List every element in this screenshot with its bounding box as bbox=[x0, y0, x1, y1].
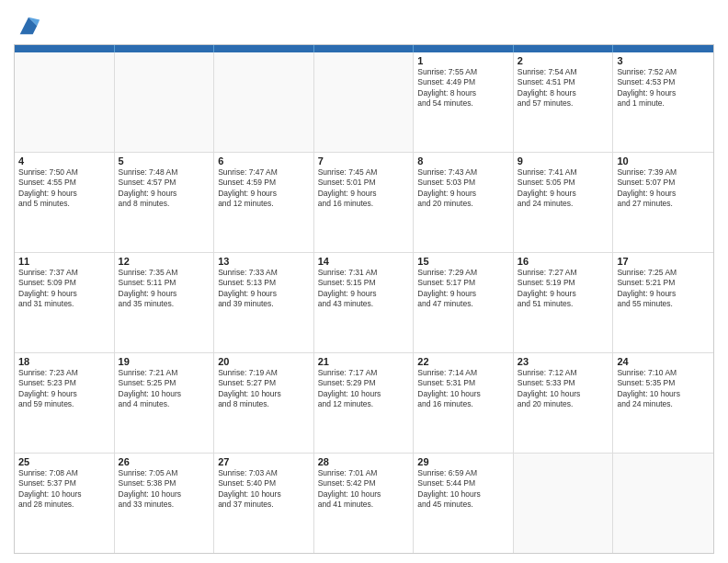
day-number: 25 bbox=[18, 456, 110, 467]
day-number: 10 bbox=[617, 155, 710, 167]
cell-info: Sunrise: 7:21 AM Sunset: 5:25 PM Dayligh… bbox=[119, 368, 210, 410]
day-number: 9 bbox=[518, 155, 609, 167]
day-number: 13 bbox=[218, 256, 310, 267]
calendar-cell: 6Sunrise: 7:47 AM Sunset: 4:59 PM Daylig… bbox=[214, 153, 314, 252]
cell-info: Sunrise: 7:35 AM Sunset: 5:11 PM Dayligh… bbox=[119, 268, 210, 310]
calendar-cell bbox=[115, 52, 215, 152]
header-thursday bbox=[414, 45, 514, 52]
calendar-cell bbox=[613, 454, 713, 553]
cell-info: Sunrise: 7:48 AM Sunset: 4:57 PM Dayligh… bbox=[119, 167, 210, 210]
calendar-row-0: 1Sunrise: 7:55 AM Sunset: 4:49 PM Daylig… bbox=[15, 52, 713, 152]
calendar-cell: 13Sunrise: 7:33 AM Sunset: 5:13 PM Dayli… bbox=[214, 253, 314, 352]
calendar-header bbox=[15, 45, 713, 52]
day-number: 16 bbox=[518, 256, 609, 267]
day-number: 6 bbox=[218, 155, 310, 167]
calendar-cell: 4Sunrise: 7:50 AM Sunset: 4:55 PM Daylig… bbox=[15, 153, 115, 252]
day-number: 3 bbox=[617, 55, 710, 66]
calendar-cell: 15Sunrise: 7:29 AM Sunset: 5:17 PM Dayli… bbox=[414, 253, 514, 352]
calendar-cell: 14Sunrise: 7:31 AM Sunset: 5:15 PM Dayli… bbox=[314, 253, 415, 352]
day-number: 22 bbox=[417, 356, 509, 367]
header-friday bbox=[514, 45, 614, 52]
day-number: 5 bbox=[119, 155, 210, 167]
cell-info: Sunrise: 7:10 AM Sunset: 5:35 PM Dayligh… bbox=[617, 368, 710, 410]
day-number: 12 bbox=[119, 256, 210, 267]
header-monday bbox=[115, 45, 215, 52]
day-number: 21 bbox=[318, 356, 410, 367]
day-number: 14 bbox=[318, 256, 410, 267]
cell-info: Sunrise: 7:12 AM Sunset: 5:33 PM Dayligh… bbox=[518, 368, 609, 410]
cell-info: Sunrise: 7:47 AM Sunset: 4:59 PM Dayligh… bbox=[218, 167, 310, 210]
calendar-row-3: 18Sunrise: 7:23 AM Sunset: 5:23 PM Dayli… bbox=[15, 352, 713, 453]
calendar-cell: 24Sunrise: 7:10 AM Sunset: 5:35 PM Dayli… bbox=[613, 353, 713, 453]
calendar-row-2: 11Sunrise: 7:37 AM Sunset: 5:09 PM Dayli… bbox=[15, 252, 713, 352]
logo bbox=[14, 13, 41, 39]
calendar-cell: 25Sunrise: 7:08 AM Sunset: 5:37 PM Dayli… bbox=[15, 454, 115, 553]
header-wednesday bbox=[314, 45, 415, 52]
calendar-cell: 11Sunrise: 7:37 AM Sunset: 5:09 PM Dayli… bbox=[15, 253, 115, 352]
calendar-body: 1Sunrise: 7:55 AM Sunset: 4:49 PM Daylig… bbox=[15, 52, 713, 553]
calendar-cell: 22Sunrise: 7:14 AM Sunset: 5:31 PM Dayli… bbox=[414, 353, 514, 453]
day-number: 2 bbox=[518, 55, 609, 66]
cell-info: Sunrise: 7:33 AM Sunset: 5:13 PM Dayligh… bbox=[218, 268, 310, 310]
day-number: 18 bbox=[18, 356, 110, 367]
day-number: 4 bbox=[18, 155, 110, 167]
header-sunday bbox=[15, 45, 115, 52]
cell-info: Sunrise: 7:39 AM Sunset: 5:07 PM Dayligh… bbox=[617, 167, 710, 210]
calendar-cell: 8Sunrise: 7:43 AM Sunset: 5:03 PM Daylig… bbox=[414, 153, 514, 252]
cell-info: Sunrise: 7:45 AM Sunset: 5:01 PM Dayligh… bbox=[318, 167, 410, 210]
cell-info: Sunrise: 7:17 AM Sunset: 5:29 PM Dayligh… bbox=[318, 368, 410, 410]
header-tuesday bbox=[214, 45, 314, 52]
cell-info: Sunrise: 7:27 AM Sunset: 5:19 PM Dayligh… bbox=[518, 268, 609, 310]
calendar-cell: 3Sunrise: 7:52 AM Sunset: 4:53 PM Daylig… bbox=[613, 52, 713, 152]
cell-info: Sunrise: 7:03 AM Sunset: 5:40 PM Dayligh… bbox=[218, 468, 310, 511]
day-number: 15 bbox=[417, 256, 509, 267]
calendar-cell: 20Sunrise: 7:19 AM Sunset: 5:27 PM Dayli… bbox=[214, 353, 314, 453]
header-saturday bbox=[613, 45, 713, 52]
cell-info: Sunrise: 7:19 AM Sunset: 5:27 PM Dayligh… bbox=[218, 368, 310, 410]
calendar-cell: 26Sunrise: 7:05 AM Sunset: 5:38 PM Dayli… bbox=[115, 454, 215, 553]
calendar-cell: 9Sunrise: 7:41 AM Sunset: 5:05 PM Daylig… bbox=[514, 153, 614, 252]
cell-info: Sunrise: 6:59 AM Sunset: 5:44 PM Dayligh… bbox=[417, 468, 509, 511]
calendar-cell bbox=[514, 454, 614, 553]
calendar-cell: 12Sunrise: 7:35 AM Sunset: 5:11 PM Dayli… bbox=[115, 253, 215, 352]
calendar-row-1: 4Sunrise: 7:50 AM Sunset: 4:55 PM Daylig… bbox=[15, 152, 713, 252]
calendar-cell: 27Sunrise: 7:03 AM Sunset: 5:40 PM Dayli… bbox=[214, 454, 314, 553]
cell-info: Sunrise: 7:29 AM Sunset: 5:17 PM Dayligh… bbox=[417, 268, 509, 310]
day-number: 20 bbox=[218, 356, 310, 367]
calendar-cell: 5Sunrise: 7:48 AM Sunset: 4:57 PM Daylig… bbox=[115, 153, 215, 252]
cell-info: Sunrise: 7:43 AM Sunset: 5:03 PM Dayligh… bbox=[417, 167, 509, 210]
cell-info: Sunrise: 7:52 AM Sunset: 4:53 PM Dayligh… bbox=[617, 67, 710, 109]
day-number: 17 bbox=[617, 256, 710, 267]
calendar-cell bbox=[214, 52, 314, 152]
cell-info: Sunrise: 7:31 AM Sunset: 5:15 PM Dayligh… bbox=[318, 268, 410, 310]
calendar-cell: 19Sunrise: 7:21 AM Sunset: 5:25 PM Dayli… bbox=[115, 353, 215, 453]
calendar-cell: 7Sunrise: 7:45 AM Sunset: 5:01 PM Daylig… bbox=[314, 153, 415, 252]
cell-info: Sunrise: 7:37 AM Sunset: 5:09 PM Dayligh… bbox=[18, 268, 110, 310]
day-number: 19 bbox=[119, 356, 210, 367]
logo-icon bbox=[16, 13, 41, 39]
calendar-cell: 29Sunrise: 6:59 AM Sunset: 5:44 PM Dayli… bbox=[414, 454, 514, 553]
day-number: 11 bbox=[18, 256, 110, 267]
calendar-cell: 16Sunrise: 7:27 AM Sunset: 5:19 PM Dayli… bbox=[514, 253, 614, 352]
calendar-cell: 2Sunrise: 7:54 AM Sunset: 4:51 PM Daylig… bbox=[514, 52, 614, 152]
day-number: 1 bbox=[417, 55, 509, 66]
day-number: 8 bbox=[417, 155, 509, 167]
calendar-cell: 18Sunrise: 7:23 AM Sunset: 5:23 PM Dayli… bbox=[15, 353, 115, 453]
cell-info: Sunrise: 7:05 AM Sunset: 5:38 PM Dayligh… bbox=[119, 468, 210, 511]
cell-info: Sunrise: 7:08 AM Sunset: 5:37 PM Dayligh… bbox=[18, 468, 110, 511]
calendar-row-4: 25Sunrise: 7:08 AM Sunset: 5:37 PM Dayli… bbox=[15, 453, 713, 553]
day-number: 23 bbox=[518, 356, 609, 367]
calendar-cell: 23Sunrise: 7:12 AM Sunset: 5:33 PM Dayli… bbox=[514, 353, 614, 453]
cell-info: Sunrise: 7:25 AM Sunset: 5:21 PM Dayligh… bbox=[617, 268, 710, 310]
day-number: 24 bbox=[617, 356, 710, 367]
cell-info: Sunrise: 7:14 AM Sunset: 5:31 PM Dayligh… bbox=[417, 368, 509, 410]
calendar-cell bbox=[15, 52, 115, 152]
day-number: 27 bbox=[218, 456, 310, 467]
page: 1Sunrise: 7:55 AM Sunset: 4:49 PM Daylig… bbox=[0, 0, 728, 563]
calendar-cell bbox=[314, 52, 415, 152]
calendar-cell: 17Sunrise: 7:25 AM Sunset: 5:21 PM Dayli… bbox=[613, 253, 713, 352]
cell-info: Sunrise: 7:55 AM Sunset: 4:49 PM Dayligh… bbox=[417, 67, 509, 109]
day-number: 26 bbox=[119, 456, 210, 467]
calendar-cell: 28Sunrise: 7:01 AM Sunset: 5:42 PM Dayli… bbox=[314, 454, 415, 553]
cell-info: Sunrise: 7:01 AM Sunset: 5:42 PM Dayligh… bbox=[318, 468, 410, 511]
